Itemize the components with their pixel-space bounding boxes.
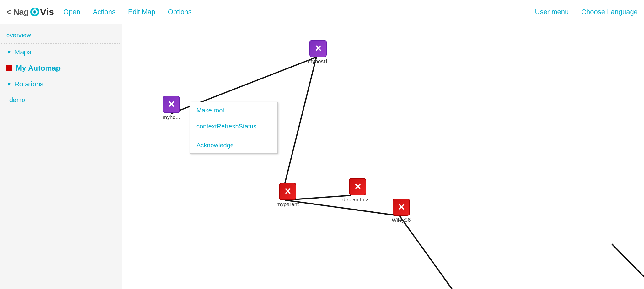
map-canvas: ✕ myhost1 ✕ myho... Make root contextRef… bbox=[122, 24, 644, 289]
host-label-myhost1: myhost1 bbox=[308, 58, 328, 65]
svg-line-6 bbox=[285, 57, 316, 183]
nav-links: Open Actions Edit Map Options bbox=[63, 8, 535, 16]
active-indicator-icon bbox=[6, 65, 12, 71]
logo-lt: < Nag bbox=[6, 7, 29, 17]
sidebar-rotations-section[interactable]: ▼ Rotations bbox=[0, 76, 122, 93]
nav-right: User menu Choose Language bbox=[535, 8, 638, 16]
rotations-arrow-icon: ▼ bbox=[6, 81, 12, 88]
nav-open[interactable]: Open bbox=[63, 8, 80, 16]
x-mark-icon-3: ✕ bbox=[284, 187, 291, 196]
maps-arrow-icon: ▼ bbox=[6, 49, 12, 56]
host-label-wiley56: Wiley56 bbox=[392, 217, 411, 223]
x-mark-icon-5: ✕ bbox=[398, 203, 405, 212]
sidebar-maps-section[interactable]: ▼ Maps bbox=[0, 44, 122, 61]
logo-vis: Vis bbox=[40, 7, 54, 17]
host-label-myhost2: myho... bbox=[163, 114, 180, 121]
context-menu-refresh-status[interactable]: contextRefreshStatus bbox=[190, 118, 277, 134]
x-mark-icon-4: ✕ bbox=[354, 183, 361, 191]
host-myhost1[interactable]: ✕ myhost1 bbox=[308, 40, 328, 65]
host-icon-myhost2: ✕ bbox=[163, 96, 180, 113]
sidebar-maps-label: Maps bbox=[14, 48, 31, 56]
svg-line-9 bbox=[400, 216, 452, 289]
nav-choose-language[interactable]: Choose Language bbox=[581, 8, 638, 16]
nav-edit-map[interactable]: Edit Map bbox=[128, 8, 155, 16]
nav-options[interactable]: Options bbox=[168, 8, 192, 16]
host-myhost2[interactable]: ✕ myho... bbox=[163, 96, 180, 121]
svg-point-3 bbox=[34, 11, 35, 13]
nav-actions[interactable]: Actions bbox=[93, 8, 115, 16]
sidebar: overview ▼ Maps My Automap ▼ Rotations d… bbox=[0, 24, 122, 289]
host-icon-myhost1: ✕ bbox=[309, 40, 327, 57]
logo-icon bbox=[30, 7, 40, 17]
map-connections bbox=[122, 24, 644, 289]
svg-line-10 bbox=[612, 244, 644, 289]
sidebar-rotation-demo[interactable]: demo bbox=[0, 93, 122, 107]
svg-point-4 bbox=[34, 8, 36, 9]
sidebar-overview[interactable]: overview bbox=[0, 27, 122, 44]
logo: < Nag Vis bbox=[6, 7, 54, 17]
host-icon-debianfritz: ✕ bbox=[349, 178, 366, 195]
sidebar-my-automap-label: My Automap bbox=[16, 64, 61, 73]
host-debianfritz[interactable]: ✕ debian.fritz... bbox=[342, 178, 373, 203]
host-icon-myparent: ✕ bbox=[279, 183, 296, 200]
host-myparent[interactable]: ✕ myparent bbox=[276, 183, 299, 208]
host-icon-wiley56: ✕ bbox=[393, 199, 410, 216]
context-menu-separator bbox=[190, 136, 277, 136]
x-mark-icon-2: ✕ bbox=[168, 100, 175, 109]
navbar: < Nag Vis Open Actions Edit Map Options … bbox=[0, 0, 644, 24]
host-label-myparent: myparent bbox=[276, 201, 299, 208]
x-mark-icon: ✕ bbox=[314, 44, 322, 53]
sidebar-rotations-label: Rotations bbox=[14, 80, 44, 88]
sidebar-my-automap[interactable]: My Automap bbox=[0, 61, 122, 76]
context-menu-acknowledge[interactable]: Acknowledge bbox=[190, 137, 277, 153]
context-menu: Make root contextRefreshStatus Acknowled… bbox=[190, 102, 278, 154]
host-wiley56[interactable]: ✕ Wiley56 bbox=[392, 199, 411, 223]
host-label-debianfritz: debian.fritz... bbox=[342, 197, 373, 203]
nav-user-menu[interactable]: User menu bbox=[535, 8, 569, 16]
context-menu-make-root[interactable]: Make root bbox=[190, 102, 277, 118]
